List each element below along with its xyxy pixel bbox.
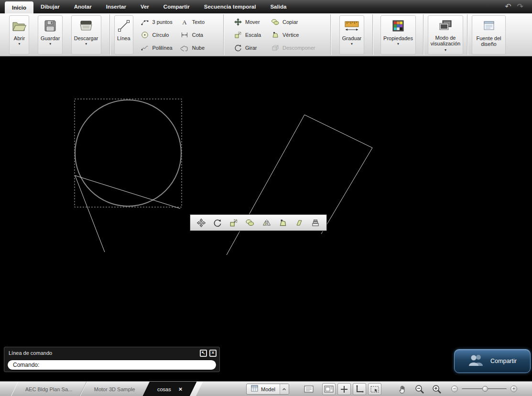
- menu-tab-compartir[interactable]: Compartir: [156, 0, 197, 13]
- revision-cloud-button[interactable]: Nube: [178, 42, 207, 54]
- float-scale-icon[interactable]: [228, 216, 240, 229]
- zoom-slider-plus-button[interactable]: +: [510, 385, 517, 392]
- ucs-grid-button[interactable]: [353, 383, 366, 395]
- color-grid-icon: [392, 18, 404, 33]
- menu-tab-insertar[interactable]: Insertar: [99, 0, 133, 13]
- menu-tab-ver[interactable]: Ver: [133, 0, 156, 13]
- menu-tab-anotar[interactable]: Anotar: [67, 0, 99, 13]
- dimension-tool-button[interactable]: Cota: [178, 29, 207, 41]
- float-array-icon[interactable]: [309, 216, 322, 229]
- doc-tab-label: cosas: [157, 386, 171, 392]
- scale-label: Escala: [245, 32, 261, 38]
- command-window-title: Línea de comando: [9, 350, 52, 356]
- pan-hand-icon: [398, 385, 407, 394]
- download-button[interactable]: Descargar ▼: [71, 15, 101, 55]
- zoom-slider-minus-button[interactable]: −: [451, 385, 458, 392]
- cloud-icon: [180, 44, 189, 51]
- zoom-in-button[interactable]: [430, 383, 444, 395]
- folder-open-icon: [12, 18, 26, 33]
- design-feed-label: Fuente del diseño: [475, 35, 503, 47]
- float-offset-icon[interactable]: [293, 216, 306, 229]
- line-tool-button[interactable]: Línea: [114, 15, 133, 55]
- draw-column-1: 3 puntos Círculo Polilínea: [138, 16, 175, 54]
- viewport-button[interactable]: [322, 383, 336, 395]
- draw-column-2: A Texto Cota Nube: [178, 16, 207, 54]
- three-point-arc-button[interactable]: 3 puntos: [138, 16, 175, 28]
- polyline-tool-button[interactable]: Polilínea: [138, 42, 175, 54]
- vertex-tool-button[interactable]: Vértice: [268, 29, 317, 41]
- command-window-titlebar[interactable]: Línea de comando ↖ ×: [4, 347, 219, 357]
- redo-icon[interactable]: ↷: [517, 3, 523, 11]
- model-space-selector[interactable]: Model: [246, 384, 289, 395]
- display-mode-label: Modo de visualización ▾: [431, 35, 460, 53]
- text-tool-button[interactable]: A Texto: [178, 16, 207, 28]
- statusbar: AEC Bldg Plan Sa... Motor 3D Sample cosa…: [0, 381, 532, 396]
- open-button[interactable]: Abrir ▼: [9, 15, 29, 55]
- float-copy-icon[interactable]: [244, 216, 257, 229]
- selection-window-icon: [370, 385, 380, 393]
- float-move-icon[interactable]: [195, 216, 207, 229]
- graduate-button[interactable]: Graduar ▼: [339, 15, 364, 55]
- float-mirror-icon[interactable]: [260, 216, 273, 229]
- ruler-icon: [344, 18, 360, 33]
- move-label: Mover: [245, 19, 260, 25]
- scale-tool-button[interactable]: Escala: [231, 29, 263, 41]
- grid-sheet-icon: [251, 385, 258, 394]
- ribbon: Abrir ▼ Guardar ▼ Descargar ▼: [0, 13, 532, 56]
- menu-tab-salida[interactable]: Salida: [263, 0, 293, 13]
- move-tool-button[interactable]: Mover: [231, 16, 263, 28]
- model-selector-arrow[interactable]: [280, 384, 289, 395]
- chevron-down-icon: ▼: [49, 43, 52, 45]
- line-icon: [118, 18, 130, 33]
- rotate-tool-button[interactable]: Girar: [231, 42, 263, 54]
- selection-window-button[interactable]: [368, 383, 381, 395]
- viewport-icon: [324, 385, 334, 394]
- ribbon-group-display-mode: Modo de visualización ▾: [423, 14, 467, 55]
- chevron-down-icon: ▼: [85, 43, 87, 45]
- vertex-icon: [271, 31, 280, 39]
- graduate-label: Graduar: [342, 35, 361, 41]
- zoom-out-button[interactable]: [413, 383, 426, 395]
- close-tab-icon[interactable]: ×: [179, 385, 183, 393]
- zoom-slider-knob[interactable]: [482, 386, 488, 392]
- doc-tab-aec-bldg-plan[interactable]: AEC Bldg Plan Sa...: [11, 382, 87, 396]
- explode-icon: [271, 44, 280, 52]
- line-label: Línea: [117, 35, 130, 41]
- menu-tab-dibujar[interactable]: Dibujar: [33, 0, 67, 13]
- download-label: Descargar: [74, 35, 98, 41]
- cloud-label: Nube: [192, 45, 205, 51]
- save-label: Guardar: [41, 35, 60, 41]
- dock-icon[interactable]: ↖: [200, 350, 207, 357]
- menu-tab-secuencia-temporal[interactable]: Secuencia temporal: [197, 0, 263, 13]
- save-button[interactable]: Guardar ▼: [38, 15, 63, 55]
- doc-tab-motor-3d-sample[interactable]: Motor 3D Sample: [80, 382, 150, 396]
- circle-tool-button[interactable]: Círculo: [138, 29, 175, 41]
- doc-tab-content: cosas×: [157, 385, 182, 393]
- document-tabs: AEC Bldg Plan Sa... Motor 3D Sample cosa…: [14, 382, 199, 396]
- float-vertex-icon[interactable]: [276, 216, 289, 229]
- close-icon[interactable]: ×: [209, 350, 217, 357]
- undo-icon[interactable]: ↶: [505, 3, 511, 11]
- drawing-canvas[interactable]: Línea de comando ↖ × Compartir: [0, 56, 532, 381]
- zoom-slider-track[interactable]: [462, 388, 507, 390]
- doc-tab-cosas[interactable]: cosas×: [142, 382, 196, 396]
- design-feed-button[interactable]: Fuente del diseño: [472, 15, 506, 55]
- sheet-preview-button[interactable]: [302, 383, 315, 395]
- display-mode-button[interactable]: Modo de visualización ▾: [428, 15, 463, 55]
- menu-tab-label: Ver: [141, 4, 149, 10]
- properties-button[interactable]: Propiedades ▼: [380, 15, 416, 55]
- menubar: Inicio Dibujar Anotar Insertar Ver Compa…: [0, 0, 532, 13]
- float-rotate-icon[interactable]: [211, 216, 224, 229]
- chevron-down-icon: ▾: [445, 48, 446, 52]
- snap-plus-button[interactable]: [337, 383, 351, 395]
- undo-redo-controls: ↶ ↷: [505, 0, 532, 13]
- pan-button[interactable]: [396, 383, 409, 395]
- copy-tool-button[interactable]: Copiar: [268, 16, 317, 28]
- design-feed-icon: [483, 18, 495, 33]
- menu-tab-inicio[interactable]: Inicio: [5, 1, 33, 13]
- display-mode-icon: [438, 18, 453, 33]
- command-input[interactable]: [7, 360, 217, 370]
- menu-tab-label: Anotar: [74, 4, 92, 10]
- share-button[interactable]: Compartir: [454, 349, 531, 373]
- display-mode-text: Modo de visualización: [431, 35, 460, 46]
